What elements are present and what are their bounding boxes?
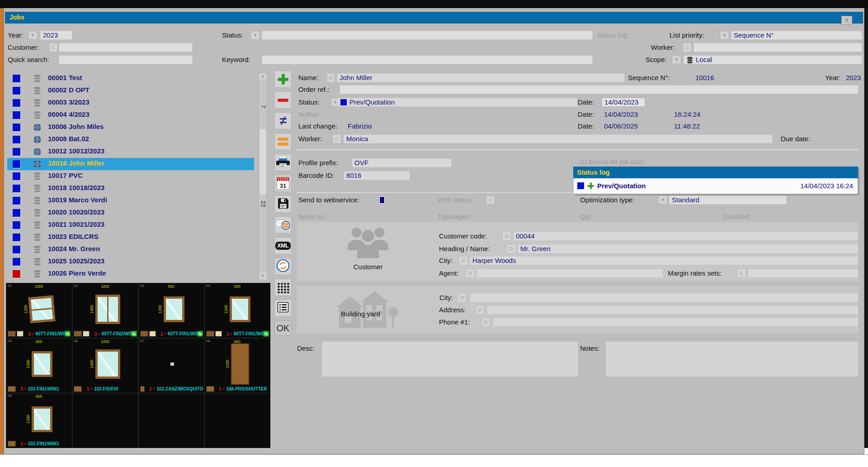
add-button[interactable]: [274, 71, 292, 88]
job-list-item[interactable]: 10023 EDILCRS: [7, 231, 254, 243]
quick-search-input[interactable]: [59, 55, 193, 64]
thumbnail-cell[interactable]: 06 1000 1400 1 × 102-FIS/FIX: [72, 338, 138, 393]
calendar-button[interactable]: 31: [274, 175, 292, 192]
job-list-item[interactable]: 10016 John Miller: [7, 158, 254, 170]
customer-lookup-button[interactable]: C: [49, 43, 57, 52]
customer-code-input[interactable]: 00044: [513, 232, 859, 241]
job-list-item[interactable]: 10026 Piero Verde: [7, 268, 254, 280]
job-list-item[interactable]: 10012 10012/2023: [7, 146, 254, 158]
margin-rates-c-button[interactable]: C: [737, 269, 746, 278]
customer-city-d-button[interactable]: D: [459, 256, 468, 265]
detail-worker-c-button[interactable]: C: [333, 134, 341, 143]
job-list-item[interactable]: 00002 D OPT: [7, 85, 254, 97]
thumbnail-cell[interactable]: 08 800 2200 1 × 108-PRS/SHUTTER: [204, 338, 270, 393]
order-ref-input[interactable]: [340, 85, 859, 94]
web-status-dropdown[interactable]: ▼: [486, 195, 495, 205]
matrix-button[interactable]: [274, 279, 292, 296]
thumbnail-cell[interactable]: 03 800 1200 1 × 60TT-FIN1/WIN1: [138, 283, 204, 338]
compare-button[interactable]: [274, 133, 292, 150]
status-dropdown[interactable]: ▼: [250, 31, 260, 40]
print-button[interactable]: [274, 154, 292, 171]
yard-address-d-button[interactable]: D: [476, 305, 484, 315]
thumbnail-cell[interactable]: 04 800 1200 1 × 60TT-FIN1/WIN1: [204, 283, 270, 338]
thumbnail-cell[interactable]: 01 1000 1200 2 × 60TT-FIN1/WIN1: [6, 283, 72, 338]
table-list-button[interactable]: [274, 300, 292, 317]
title-bar[interactable]: Jobs X: [5, 12, 863, 24]
yard-phone-input[interactable]: [493, 318, 859, 327]
popup-title-bar[interactable]: Status log: [573, 167, 858, 178]
job-list-item[interactable]: 10006 John Miles: [7, 121, 254, 133]
year-input[interactable]: 2023: [40, 31, 72, 40]
list-priority-dropdown[interactable]: ▼: [720, 31, 729, 40]
job-list-item[interactable]: 00004 4/2023: [7, 109, 254, 121]
scroll-up-button[interactable]: ▲: [259, 73, 267, 80]
margin-rates-input[interactable]: [748, 269, 859, 278]
close-button[interactable]: X: [841, 16, 852, 25]
send-webservice-button[interactable]: [274, 216, 292, 234]
sync-button[interactable]: [274, 258, 292, 275]
keyword-input[interactable]: [262, 55, 593, 64]
agent-d-button[interactable]: D: [466, 269, 475, 278]
optimization-type-input[interactable]: Standard: [669, 195, 787, 205]
customer-city-input[interactable]: Harper Woods: [470, 256, 859, 265]
scroll-thumb[interactable]: [259, 129, 267, 195]
job-list-item[interactable]: 10024 Mr. Green: [7, 243, 254, 256]
thumbnail-cell[interactable]: 05 800 1200 1 × 102-FIN1/WIN1: [6, 338, 72, 393]
thumbnail-cell[interactable]: 02 1000 1400 3 × 60TT-FIN2/WIN2: [72, 283, 138, 338]
xml-button[interactable]: XML: [274, 237, 292, 254]
scroll-down-button[interactable]: ▼: [259, 272, 267, 280]
worker-filter-input[interactable]: [693, 43, 862, 52]
yard-city-input[interactable]: [470, 293, 859, 302]
chevron-down-icon: ▼: [253, 33, 257, 38]
save-button[interactable]: [274, 195, 292, 213]
yard-city-d-button[interactable]: D: [458, 293, 466, 302]
thumbnail-cell[interactable]: 09 800 1200 1 × 102-FIN1/WIN1: [6, 393, 72, 448]
list-priority-input[interactable]: Sequence N°: [731, 31, 862, 40]
ok-button[interactable]: OK: [274, 320, 292, 336]
job-list-item[interactable]: 10025 10025/2023: [7, 256, 254, 268]
scope-input[interactable]: Local: [684, 55, 862, 64]
worker-lookup-button[interactable]: C: [683, 43, 691, 52]
notes-textarea[interactable]: [605, 341, 859, 377]
scope-dropdown[interactable]: ▼: [672, 55, 681, 64]
barcode-id-input[interactable]: 8016: [344, 171, 410, 180]
status-date-input[interactable]: 14/04/2023: [602, 98, 645, 107]
job-list-item[interactable]: 10019 Marco Verdi: [7, 195, 254, 207]
yard-phone-d-button[interactable]: D: [482, 318, 490, 327]
send-webservice-checkbox[interactable]: [378, 195, 386, 205]
job-list-item[interactable]: 10017 PVC: [7, 170, 254, 182]
optimization-type-dropdown[interactable]: ▼: [658, 195, 668, 205]
name-d-button[interactable]: D: [327, 73, 335, 82]
globe-icon: [33, 123, 42, 132]
remove-button[interactable]: [274, 91, 292, 109]
agent-input[interactable]: [476, 269, 663, 278]
desc-textarea[interactable]: [322, 341, 578, 377]
job-list-scrollbar[interactable]: ▲ 7 22 ▼: [259, 72, 267, 280]
customer-filter-input[interactable]: [59, 43, 193, 52]
name-input[interactable]: John Miller: [337, 73, 625, 82]
status-log-entry[interactable]: Prev/Quotation 14/04/2023 16:24: [573, 178, 858, 194]
job-list-item[interactable]: 10008 Bat.02: [7, 133, 254, 146]
times-icon: ×: [164, 332, 166, 336]
year-dropdown[interactable]: ▼: [28, 31, 38, 40]
job-list-item[interactable]: 00003 3/2023: [7, 97, 254, 109]
detail-status-input[interactable]: Prev/Quotation: [337, 98, 577, 107]
heading-name-d-button[interactable]: D: [507, 244, 516, 253]
not-equal-button[interactable]: ≠: [274, 112, 292, 129]
status-filter-input[interactable]: [262, 31, 593, 40]
job-list-item[interactable]: 00001 Test: [7, 72, 254, 85]
times-icon: ×: [32, 332, 34, 336]
customer-code-d-button[interactable]: D: [502, 232, 511, 241]
job-list-item[interactable]: 10018 10018/2023: [7, 182, 254, 195]
yard-address-input[interactable]: [487, 305, 859, 315]
profile-prefix-input[interactable]: OVF: [352, 158, 452, 167]
job-color-marker: [13, 221, 20, 229]
heading-name-input[interactable]: Mr. Green: [518, 244, 859, 253]
popup-title: Status log: [577, 168, 610, 176]
detail-worker-input[interactable]: Monica: [344, 134, 773, 143]
width-dimension-label: 800: [204, 339, 270, 344]
job-color-marker: [13, 172, 20, 180]
job-list-item[interactable]: 10020 10020/2023: [7, 207, 254, 219]
thumbnail-cell[interactable]: 07 1 × 102-ZANZ/MOSQUITO: [138, 338, 204, 393]
job-list-item[interactable]: 10021 10021/2023: [7, 219, 254, 231]
